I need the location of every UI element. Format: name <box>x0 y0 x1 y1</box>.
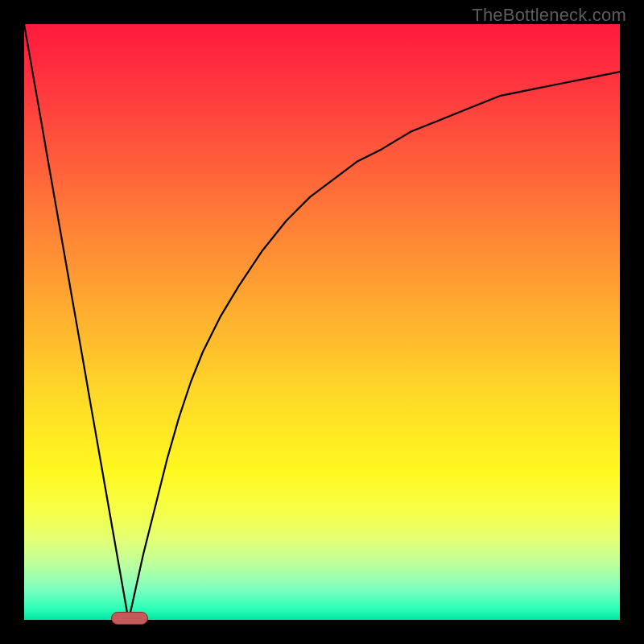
plot-area <box>24 24 620 620</box>
watermark-text: TheBottleneck.com <box>472 5 626 26</box>
bottleneck-curve <box>24 24 620 620</box>
curve-svg <box>24 24 620 620</box>
chart-frame: TheBottleneck.com <box>0 0 644 644</box>
optimum-marker <box>111 612 148 625</box>
